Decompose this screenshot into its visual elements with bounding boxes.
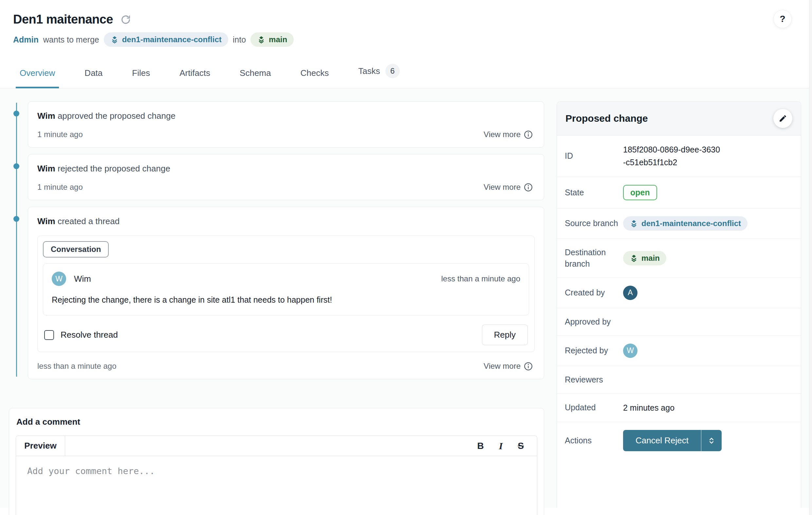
timeline-dot xyxy=(13,111,19,117)
bold-button[interactable]: B xyxy=(477,441,484,451)
state-badge: open xyxy=(623,185,657,200)
cancel-reject-button[interactable]: Cancel Reject xyxy=(623,430,701,451)
row-label: Approved by xyxy=(565,316,623,328)
timeline-event-rejected: Wim rejected the proposed change 1 minut… xyxy=(28,154,544,200)
branch-layers-icon xyxy=(630,254,638,263)
refresh-button[interactable] xyxy=(120,14,131,25)
merge-text: wants to merge xyxy=(43,35,99,44)
row-actions: Actions Cancel Reject xyxy=(557,422,801,459)
comment-timestamp: less than a minute ago xyxy=(441,274,521,283)
row-state: State open xyxy=(557,177,801,208)
row-id: ID 185f2080-0869-d9ee-3630-c51eb51f1cb2 xyxy=(557,135,801,177)
row-label: Rejected by xyxy=(565,345,623,356)
updated-value: 2 minutes ago xyxy=(623,401,674,414)
tab-files[interactable]: Files xyxy=(128,61,154,88)
tab-artifacts[interactable]: Artifacts xyxy=(175,61,214,88)
thread-comment: W Wim less than a minute ago Rejecting t… xyxy=(43,263,529,315)
destination-branch-badge[interactable]: main xyxy=(251,32,294,47)
resolve-thread-checkbox[interactable] xyxy=(44,330,54,340)
composer-toolbar: Preview B I S xyxy=(16,436,537,456)
actions-dropdown-button[interactable] xyxy=(701,430,722,451)
event-actor: Wim xyxy=(37,216,55,226)
row-destination-branch: Destination branch main xyxy=(557,239,801,278)
row-source-branch: Source branch den1-maintenance-conflict xyxy=(557,208,801,239)
event-actor: Wim xyxy=(37,111,55,121)
tasks-count-badge: 6 xyxy=(385,64,400,78)
timeline-event-approved: Wim approved the proposed change 1 minut… xyxy=(28,101,544,148)
page-title: Den1 maitenance xyxy=(13,12,113,27)
view-more-button[interactable]: View more xyxy=(482,182,535,192)
event-title: Wim created a thread xyxy=(37,216,535,226)
row-label: Source branch xyxy=(565,218,623,229)
view-more-button[interactable]: View more xyxy=(482,129,535,140)
row-label: Updated xyxy=(565,402,623,413)
info-icon xyxy=(524,183,533,192)
avatar: W xyxy=(52,272,66,286)
proposed-change-panel: Proposed change ID 185f2080-0869-d9ee-36… xyxy=(557,101,801,508)
row-label: State xyxy=(565,187,623,198)
event-timestamp: less than a minute ago xyxy=(37,362,117,371)
tab-data[interactable]: Data xyxy=(81,61,107,88)
strikethrough-button[interactable]: S xyxy=(518,441,524,451)
info-icon xyxy=(524,130,533,139)
event-action: rejected the proposed change xyxy=(58,163,170,174)
add-comment-title: Add a comment xyxy=(16,417,537,427)
tab-schema[interactable]: Schema xyxy=(236,61,275,88)
comment-body: Rejecting the change, there is a change … xyxy=(52,295,520,305)
source-branch-badge[interactable]: den1-maintenance-conflict xyxy=(104,32,228,47)
row-reviewers: Reviewers xyxy=(557,366,801,394)
tab-overview[interactable]: Overview xyxy=(16,61,59,88)
event-title: Wim approved the proposed change xyxy=(37,111,535,121)
panel-title: Proposed change xyxy=(566,113,648,124)
refresh-icon xyxy=(120,14,131,25)
destination-branch-name: main xyxy=(269,36,287,43)
author-link[interactable]: Admin xyxy=(13,35,39,44)
help-button[interactable]: ? xyxy=(773,10,792,28)
avatar[interactable]: W xyxy=(623,343,637,358)
event-action: approved the proposed change xyxy=(58,111,175,121)
timeline-dot xyxy=(13,163,19,169)
view-more-button[interactable]: View more xyxy=(482,361,535,371)
branch-layers-icon xyxy=(630,219,638,228)
merge-summary: Admin wants to merge den1-maintenance-co… xyxy=(13,32,796,47)
comment-author: Wim xyxy=(74,274,91,284)
event-timestamp: 1 minute ago xyxy=(37,130,83,139)
edit-button[interactable] xyxy=(773,109,792,128)
timeline: Wim approved the proposed change 1 minut… xyxy=(9,101,544,379)
row-rejected-by: Rejected by W xyxy=(557,336,801,366)
branch-layers-icon xyxy=(257,35,265,44)
add-comment-section: Add a comment Preview B I S Add your com… xyxy=(9,408,544,515)
source-branch-badge[interactable]: den1-maintenance-conflict xyxy=(623,216,748,231)
timeline-event-thread: Wim created a thread Conversation W Wim … xyxy=(28,207,544,379)
italic-button[interactable]: I xyxy=(499,441,503,452)
tab-checks[interactable]: Checks xyxy=(297,61,333,88)
branch-layers-icon xyxy=(110,35,119,44)
conversation-badge: Conversation xyxy=(43,241,109,258)
page-header: Den1 maitenance Admin wants to merge den… xyxy=(0,0,812,47)
row-label: Destination branch xyxy=(565,247,623,270)
event-timestamp: 1 minute ago xyxy=(37,183,83,192)
source-branch-name: den1-maintenance-conflict xyxy=(122,36,222,43)
reply-button[interactable]: Reply xyxy=(482,325,528,345)
thread-container: Conversation W Wim less than a minute ag… xyxy=(37,236,535,352)
row-label: Reviewers xyxy=(565,374,623,386)
comment-input[interactable]: Add your comment here... xyxy=(16,456,537,486)
pencil-icon xyxy=(779,114,787,123)
actions-split-button: Cancel Reject xyxy=(623,430,722,451)
tab-tasks[interactable]: Tasks 6 xyxy=(354,57,403,88)
avatar[interactable]: A xyxy=(623,285,637,300)
preview-tab[interactable]: Preview xyxy=(16,436,65,456)
timeline-dot xyxy=(13,216,19,222)
row-label: ID xyxy=(565,150,623,162)
tab-bar: Overview Data Files Artifacts Schema Che… xyxy=(0,57,812,88)
scrollbar[interactable] xyxy=(809,0,812,515)
change-id-value: 185f2080-0869-d9ee-3630-c51eb51f1cb2 xyxy=(623,143,721,169)
destination-branch-badge[interactable]: main xyxy=(623,251,666,265)
comment-composer: Preview B I S Add your comment here... xyxy=(16,435,537,515)
row-approved-by: Approved by xyxy=(557,308,801,336)
info-icon xyxy=(524,362,533,371)
event-title: Wim rejected the proposed change xyxy=(37,163,535,174)
row-label: Actions xyxy=(565,435,623,446)
row-label: Created by xyxy=(565,287,623,298)
into-text: into xyxy=(233,35,246,44)
